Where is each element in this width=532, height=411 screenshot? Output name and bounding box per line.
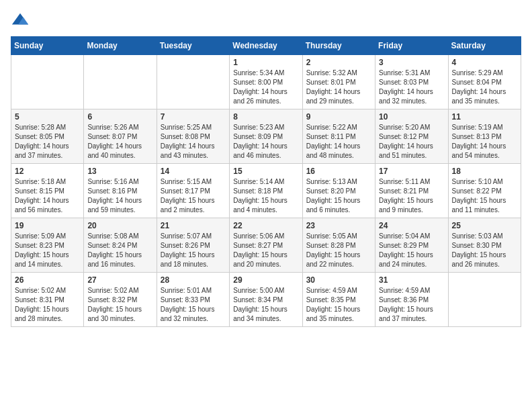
calendar-week-4: 19Sunrise: 5:09 AM Sunset: 8:23 PM Dayli… [11,218,521,273]
calendar-cell: 23Sunrise: 5:05 AM Sunset: 8:28 PM Dayli… [302,218,375,273]
day-info: Sunrise: 5:29 AM Sunset: 8:04 PM Dayligh… [452,68,517,106]
calendar-cell: 29Sunrise: 5:00 AM Sunset: 8:34 PM Dayli… [230,273,302,327]
calendar-cell: 7Sunrise: 5:25 AM Sunset: 8:08 PM Daylig… [157,109,229,164]
day-number: 9 [306,112,371,122]
weekday-header-tuesday: Tuesday [157,37,229,55]
calendar-cell: 31Sunrise: 4:59 AM Sunset: 8:36 PM Dayli… [375,273,448,327]
calendar-cell [157,55,229,109]
weekday-header-saturday: Saturday [448,37,521,55]
day-number: 30 [306,275,371,285]
day-info: Sunrise: 5:07 AM Sunset: 8:26 PM Dayligh… [161,232,226,269]
day-number: 3 [379,58,444,67]
day-info: Sunrise: 5:01 AM Sunset: 8:33 PM Dayligh… [161,286,226,324]
day-info: Sunrise: 5:15 AM Sunset: 8:17 PM Dayligh… [161,177,226,215]
calendar-cell: 16Sunrise: 5:13 AM Sunset: 8:20 PM Dayli… [302,164,375,218]
calendar-cell: 20Sunrise: 5:08 AM Sunset: 8:24 PM Dayli… [84,218,157,273]
calendar-cell [84,55,157,109]
day-number: 5 [15,112,80,122]
day-number: 23 [306,221,371,230]
calendar-cell: 1Sunrise: 5:34 AM Sunset: 8:00 PM Daylig… [230,55,302,109]
day-number: 28 [161,275,226,285]
day-number: 18 [452,167,517,176]
day-number: 12 [15,167,80,176]
weekday-header-wednesday: Wednesday [230,37,302,55]
day-info: Sunrise: 5:16 AM Sunset: 8:16 PM Dayligh… [87,177,152,215]
weekday-header-monday: Monday [84,37,157,55]
day-info: Sunrise: 5:13 AM Sunset: 8:20 PM Dayligh… [306,177,371,215]
logo-icon [11,11,30,30]
day-number: 31 [379,275,444,285]
day-number: 21 [161,221,226,230]
calendar-cell: 14Sunrise: 5:15 AM Sunset: 8:17 PM Dayli… [157,164,229,218]
day-number: 8 [233,112,298,122]
day-info: Sunrise: 5:03 AM Sunset: 8:30 PM Dayligh… [452,232,517,269]
calendar-week-5: 26Sunrise: 5:02 AM Sunset: 8:31 PM Dayli… [11,273,521,327]
calendar-cell: 4Sunrise: 5:29 AM Sunset: 8:04 PM Daylig… [448,55,521,109]
day-number: 6 [87,112,152,122]
calendar-cell: 18Sunrise: 5:10 AM Sunset: 8:22 PM Dayli… [448,164,521,218]
calendar-cell: 15Sunrise: 5:14 AM Sunset: 8:18 PM Dayli… [230,164,302,218]
day-info: Sunrise: 5:05 AM Sunset: 8:28 PM Dayligh… [306,232,371,269]
day-number: 19 [15,221,80,230]
day-info: Sunrise: 5:22 AM Sunset: 8:11 PM Dayligh… [306,123,371,161]
day-number: 10 [379,112,444,122]
calendar-cell: 26Sunrise: 5:02 AM Sunset: 8:31 PM Dayli… [11,273,84,327]
day-info: Sunrise: 5:26 AM Sunset: 8:07 PM Dayligh… [87,123,152,161]
day-info: Sunrise: 5:18 AM Sunset: 8:15 PM Dayligh… [15,177,80,215]
day-number: 14 [161,167,226,176]
calendar-table: SundayMondayTuesdayWednesdayThursdayFrid… [11,36,521,327]
day-info: Sunrise: 5:09 AM Sunset: 8:23 PM Dayligh… [15,232,80,269]
day-info: Sunrise: 5:08 AM Sunset: 8:24 PM Dayligh… [87,232,152,269]
weekday-header-row: SundayMondayTuesdayWednesdayThursdayFrid… [11,37,521,55]
day-number: 26 [15,275,80,285]
calendar-cell: 8Sunrise: 5:23 AM Sunset: 8:09 PM Daylig… [230,109,302,164]
calendar-cell: 5Sunrise: 5:28 AM Sunset: 8:05 PM Daylig… [11,109,84,164]
page-header [11,11,521,30]
calendar-cell: 11Sunrise: 5:19 AM Sunset: 8:13 PM Dayli… [448,109,521,164]
day-info: Sunrise: 5:20 AM Sunset: 8:12 PM Dayligh… [379,123,444,161]
day-info: Sunrise: 5:32 AM Sunset: 8:01 PM Dayligh… [306,68,371,106]
calendar-week-2: 5Sunrise: 5:28 AM Sunset: 8:05 PM Daylig… [11,109,521,164]
calendar-cell: 22Sunrise: 5:06 AM Sunset: 8:27 PM Dayli… [230,218,302,273]
day-number: 22 [233,221,298,230]
day-info: Sunrise: 5:00 AM Sunset: 8:34 PM Dayligh… [233,286,298,324]
calendar-cell: 17Sunrise: 5:11 AM Sunset: 8:21 PM Dayli… [375,164,448,218]
day-info: Sunrise: 5:14 AM Sunset: 8:18 PM Dayligh… [233,177,298,215]
day-number: 15 [233,167,298,176]
day-number: 4 [452,58,517,67]
calendar-cell [11,55,84,109]
day-number: 24 [379,221,444,230]
day-info: Sunrise: 5:31 AM Sunset: 8:03 PM Dayligh… [379,68,444,106]
day-info: Sunrise: 5:04 AM Sunset: 8:29 PM Dayligh… [379,232,444,269]
day-info: Sunrise: 4:59 AM Sunset: 8:35 PM Dayligh… [306,286,371,324]
calendar-cell: 27Sunrise: 5:02 AM Sunset: 8:32 PM Dayli… [84,273,157,327]
calendar-cell: 30Sunrise: 4:59 AM Sunset: 8:35 PM Dayli… [302,273,375,327]
calendar-cell: 13Sunrise: 5:16 AM Sunset: 8:16 PM Dayli… [84,164,157,218]
day-number: 7 [161,112,226,122]
day-number: 27 [87,275,152,285]
calendar-cell [448,273,521,327]
calendar-week-3: 12Sunrise: 5:18 AM Sunset: 8:15 PM Dayli… [11,164,521,218]
calendar-week-1: 1Sunrise: 5:34 AM Sunset: 8:00 PM Daylig… [11,55,521,109]
day-info: Sunrise: 5:10 AM Sunset: 8:22 PM Dayligh… [452,177,517,215]
day-info: Sunrise: 5:28 AM Sunset: 8:05 PM Dayligh… [15,123,80,161]
day-info: Sunrise: 5:02 AM Sunset: 8:31 PM Dayligh… [15,286,80,324]
day-number: 17 [379,167,444,176]
day-number: 11 [452,112,517,122]
weekday-header-thursday: Thursday [302,37,375,55]
day-number: 16 [306,167,371,176]
day-number: 25 [452,221,517,230]
day-info: Sunrise: 5:19 AM Sunset: 8:13 PM Dayligh… [452,123,517,161]
day-info: Sunrise: 5:23 AM Sunset: 8:09 PM Dayligh… [233,123,298,161]
calendar-cell: 10Sunrise: 5:20 AM Sunset: 8:12 PM Dayli… [375,109,448,164]
logo [11,11,32,30]
calendar-cell: 21Sunrise: 5:07 AM Sunset: 8:26 PM Dayli… [157,218,229,273]
calendar-cell: 3Sunrise: 5:31 AM Sunset: 8:03 PM Daylig… [375,55,448,109]
day-info: Sunrise: 5:02 AM Sunset: 8:32 PM Dayligh… [87,286,152,324]
calendar-cell: 6Sunrise: 5:26 AM Sunset: 8:07 PM Daylig… [84,109,157,164]
day-number: 1 [233,58,298,67]
weekday-header-sunday: Sunday [11,37,84,55]
day-number: 2 [306,58,371,67]
day-number: 29 [233,275,298,285]
calendar-cell: 9Sunrise: 5:22 AM Sunset: 8:11 PM Daylig… [302,109,375,164]
